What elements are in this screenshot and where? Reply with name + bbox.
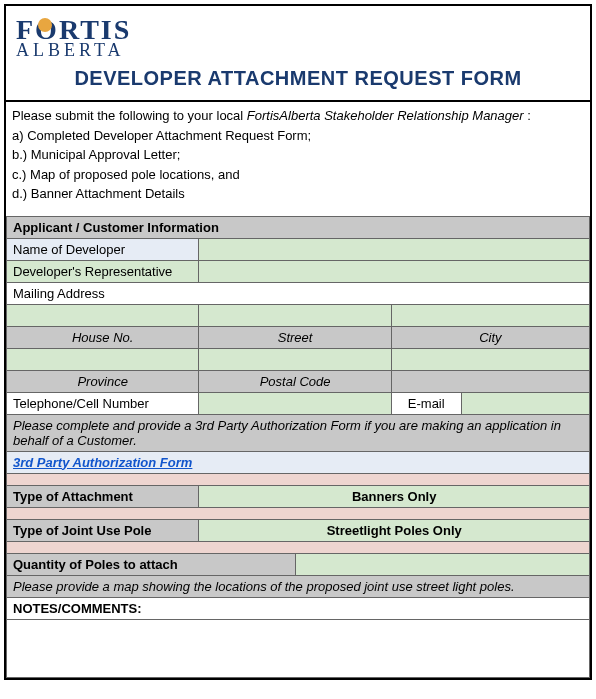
street-label: Street [199, 326, 391, 348]
intro-lead: Please submit the following to your loca… [12, 106, 584, 126]
spacer-2 [7, 507, 590, 519]
addr-row1-b[interactable] [199, 304, 391, 326]
rep-input[interactable] [199, 260, 590, 282]
third-party-note: Please complete and provide a 3rd Party … [7, 414, 590, 451]
city-label: City [391, 326, 589, 348]
logo: FORTIS ALBERTA [6, 6, 590, 61]
addr-row2-a[interactable] [7, 348, 199, 370]
name-label: Name of Developer [7, 238, 199, 260]
third-party-link-cell: 3rd Party Authorization Form [7, 451, 590, 473]
email-input[interactable] [461, 392, 589, 414]
intro-b: b.) Municipal Approval Letter; [12, 145, 584, 165]
form-title: DEVELOPER ATTACHMENT REQUEST FORM [6, 61, 590, 100]
notes-header: NOTES/COMMENTS: [7, 597, 590, 619]
phone-label: Telephone/Cell Number [7, 392, 199, 414]
attachment-type-value: Banners Only [199, 485, 590, 507]
intro-a: a) Completed Developer Attachment Reques… [12, 126, 584, 146]
intro-lead-b: FortisAlberta Stakeholder Relationship M… [247, 108, 524, 123]
house-no-label: House No. [7, 326, 199, 348]
logo-line2: ALBERTA [16, 40, 580, 61]
email-label: E-mail [391, 392, 461, 414]
pole-type-label: Type of Joint Use Pole [7, 519, 199, 541]
form-page: FORTIS ALBERTA DEVELOPER ATTACHMENT REQU… [4, 4, 592, 680]
applicant-section: Applicant / Customer Information Name of… [6, 216, 590, 678]
intro-d: d.) Banner Attachment Details [12, 184, 584, 204]
qty-label: Quantity of Poles to attach [7, 553, 296, 575]
intro-lead-a: Please submit the following to your loca… [12, 108, 247, 123]
notes-body[interactable] [7, 619, 590, 677]
intro-block: Please submit the following to your loca… [6, 100, 590, 216]
phone-input[interactable] [199, 392, 391, 414]
mailing-label: Mailing Address [7, 282, 590, 304]
name-input[interactable] [199, 238, 590, 260]
applicant-header: Applicant / Customer Information [7, 216, 590, 238]
addr-row1-c[interactable] [391, 304, 589, 326]
intro-lead-c: : [524, 108, 531, 123]
third-party-link[interactable]: 3rd Party Authorization Form [13, 455, 192, 470]
attachment-type-label: Type of Attachment [7, 485, 199, 507]
rep-label: Developer's Representative [7, 260, 199, 282]
spacer-3 [7, 541, 590, 553]
addr-blank [391, 370, 589, 392]
postal-label: Postal Code [199, 370, 391, 392]
pole-type-value: Streetlight Poles Only [199, 519, 590, 541]
addr-row2-c[interactable] [391, 348, 589, 370]
qty-input[interactable] [295, 553, 589, 575]
spacer-1 [7, 473, 590, 485]
addr-row1-a[interactable] [7, 304, 199, 326]
addr-row2-b[interactable] [199, 348, 391, 370]
province-label: Province [7, 370, 199, 392]
map-note: Please provide a map showing the locatio… [7, 575, 590, 597]
intro-c: c.) Map of proposed pole locations, and [12, 165, 584, 185]
